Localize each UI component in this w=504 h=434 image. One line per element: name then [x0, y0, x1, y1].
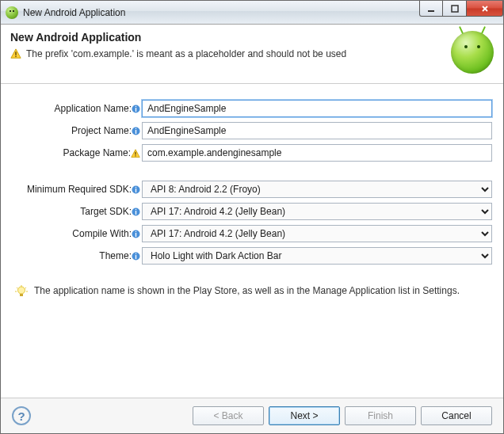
- next-button[interactable]: Next >: [269, 406, 340, 425]
- wizard-footer: ? < Back Next > Finish Cancel: [1, 398, 503, 433]
- compile-with-row: Compile With:i API 17: Android 4.2 (Jell…: [12, 225, 492, 242]
- svg-rect-1: [452, 6, 458, 12]
- target-sdk-label: Target SDK:i: [12, 206, 142, 217]
- svg-text:i: i: [135, 186, 137, 194]
- info-icon: i: [132, 230, 140, 238]
- info-icon: i: [132, 185, 140, 194]
- svg-rect-3: [15, 56, 16, 57]
- warning-text: The prefix 'com.example.' is meant as a …: [26, 48, 346, 59]
- maximize-button[interactable]: [443, 1, 467, 17]
- svg-rect-9: [135, 155, 136, 156]
- svg-rect-0: [428, 10, 434, 12]
- wizard-header: New Android Application The prefix 'com.…: [1, 25, 503, 84]
- compile-with-select[interactable]: API 17: Android 4.2 (Jelly Bean): [142, 225, 492, 242]
- package-name-label: Package Name:: [12, 147, 142, 158]
- application-name-row: Application Name:i: [12, 100, 492, 117]
- application-name-input[interactable]: [142, 100, 492, 117]
- svg-rect-19: [20, 294, 23, 296]
- info-icon: i: [132, 207, 140, 216]
- target-sdk-row: Target SDK:i API 17: Android 4.2 (Jelly …: [12, 203, 492, 220]
- lightbulb-icon: [15, 285, 28, 298]
- hint-text: The application name is shown in the Pla…: [34, 285, 460, 296]
- theme-label: Theme:i: [12, 250, 142, 261]
- warning-icon: [10, 48, 21, 59]
- warning-icon: [131, 149, 140, 158]
- title-bar[interactable]: New Android Application: [1, 1, 503, 25]
- dialog-window: New Android Application New Android Appl…: [0, 0, 504, 434]
- help-button[interactable]: ?: [12, 406, 31, 425]
- svg-text:i: i: [135, 128, 137, 135]
- cancel-button[interactable]: Cancel: [421, 406, 492, 425]
- svg-rect-8: [135, 152, 136, 155]
- min-sdk-select[interactable]: API 8: Android 2.2 (Froyo): [142, 181, 492, 198]
- minimize-button[interactable]: [419, 1, 443, 17]
- compile-with-label: Compile With:i: [12, 228, 142, 239]
- project-name-row: Project Name:i: [12, 122, 492, 139]
- window-title: New Android Application: [23, 7, 419, 18]
- hint-area: The application name is shown in the Pla…: [12, 285, 492, 298]
- android-app-icon: [6, 6, 18, 19]
- info-icon: i: [132, 252, 140, 261]
- svg-text:i: i: [135, 230, 137, 238]
- package-name-input[interactable]: [142, 144, 492, 162]
- back-button[interactable]: < Back: [193, 406, 264, 425]
- svg-rect-2: [15, 51, 16, 55]
- svg-text:i: i: [135, 253, 137, 261]
- application-name-label: Application Name:i: [12, 103, 142, 114]
- min-sdk-label: Minimum Required SDK:i: [12, 184, 142, 195]
- theme-row: Theme:i Holo Light with Dark Action Bar: [12, 247, 492, 265]
- close-button[interactable]: [467, 1, 503, 17]
- theme-select[interactable]: Holo Light with Dark Action Bar: [142, 247, 492, 265]
- form-content: Application Name:i Project Name:i Packag…: [1, 84, 503, 398]
- target-sdk-select[interactable]: API 17: Android 4.2 (Jelly Bean): [142, 203, 492, 220]
- package-name-row: Package Name:: [12, 144, 492, 162]
- info-icon: i: [132, 105, 140, 113]
- svg-point-18: [18, 287, 25, 294]
- page-title: New Android Application: [10, 31, 451, 44]
- svg-text:i: i: [135, 105, 137, 113]
- window-controls: [419, 1, 503, 17]
- header-warning: The prefix 'com.example.' is meant as a …: [10, 48, 451, 59]
- project-name-input[interactable]: [142, 122, 492, 139]
- min-sdk-row: Minimum Required SDK:i API 8: Android 2.…: [12, 181, 492, 198]
- info-icon: i: [132, 127, 140, 135]
- project-name-label: Project Name:i: [12, 125, 142, 136]
- svg-text:i: i: [135, 208, 137, 216]
- android-logo-icon: [451, 31, 494, 74]
- finish-button[interactable]: Finish: [345, 406, 416, 425]
